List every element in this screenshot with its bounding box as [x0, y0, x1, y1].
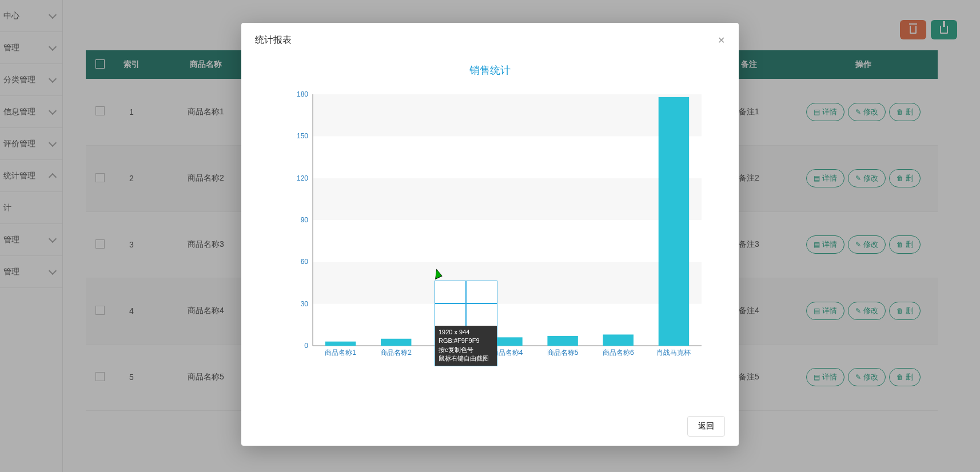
svg-text:150: 150 — [297, 132, 308, 140]
svg-text:商品名称6: 商品名称6 — [603, 349, 634, 357]
svg-rect-17 — [381, 339, 411, 346]
svg-text:商品名称1: 商品名称1 — [325, 349, 356, 357]
stats-modal: 统计报表 ✕ 销售统计 0306090120150180商品名称1商品名称2商品… — [241, 23, 739, 446]
svg-rect-4 — [313, 220, 702, 262]
svg-rect-6 — [313, 178, 702, 220]
svg-text:商品名称2: 商品名称2 — [380, 349, 412, 357]
svg-text:商品名称5: 商品名称5 — [547, 349, 579, 357]
modal-body: 销售统计 0306090120150180商品名称1商品名称2商品名称3商品名称… — [241, 58, 739, 407]
snip-tooltip: 1920 x 944 RGB:#F9F9F9 按c复制色号 鼠标右键自由截图 — [435, 281, 497, 366]
svg-text:180: 180 — [297, 90, 308, 98]
close-icon[interactable]: ✕ — [718, 35, 725, 46]
svg-text:0: 0 — [304, 342, 308, 350]
modal-title: 统计报表 — [255, 34, 292, 46]
svg-text:90: 90 — [301, 216, 309, 224]
svg-rect-23 — [547, 336, 577, 346]
svg-text:肖战马克杯: 肖战马克杯 — [656, 349, 691, 357]
svg-rect-10 — [313, 94, 702, 136]
svg-rect-27 — [659, 97, 689, 346]
svg-rect-15 — [325, 342, 356, 346]
svg-text:120: 120 — [297, 174, 308, 182]
modal-header: 统计报表 ✕ — [241, 23, 739, 58]
snip-preview — [435, 281, 497, 326]
snip-info: 1920 x 944 RGB:#F9F9F9 按c复制色号 鼠标右键自由截图 — [435, 326, 497, 366]
chart-title: 销售统计 — [255, 63, 725, 77]
svg-rect-8 — [313, 136, 702, 178]
modal-footer: 返回 — [241, 407, 739, 446]
svg-rect-25 — [603, 334, 634, 346]
back-button[interactable]: 返回 — [687, 416, 725, 437]
svg-rect-2 — [313, 262, 702, 303]
svg-text:60: 60 — [301, 258, 309, 266]
svg-text:30: 30 — [301, 300, 309, 308]
